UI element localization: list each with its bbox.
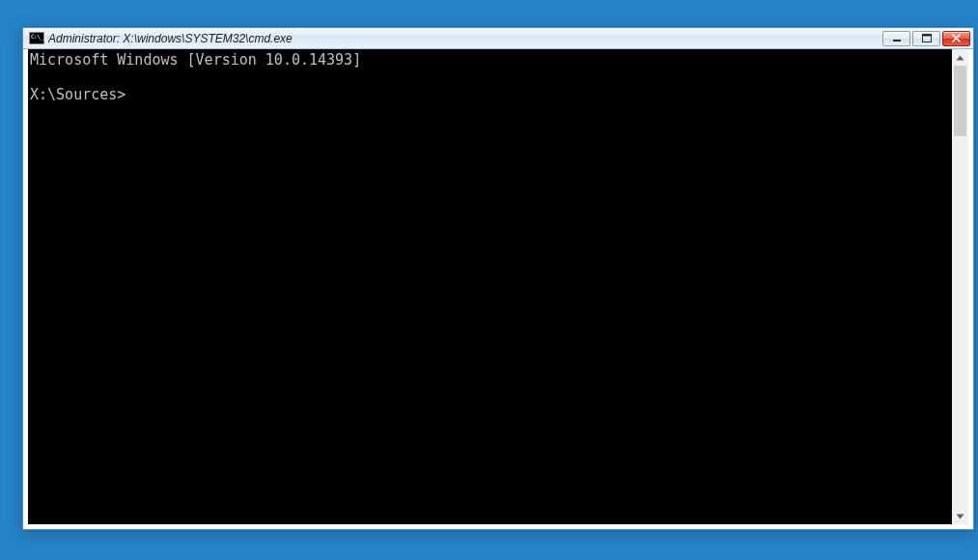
minimize-button[interactable] [882, 31, 910, 46]
command-prompt-window: Administrator: X:\windows\SYSTEM32\cmd.e… [22, 27, 974, 530]
cmd-icon [29, 32, 44, 44]
version-text: Microsoft Windows [Version 10.0.14393] [30, 51, 361, 69]
titlebar[interactable]: Administrator: X:\windows\SYSTEM32\cmd.e… [23, 28, 973, 49]
scroll-thumb[interactable] [954, 66, 966, 136]
window-controls [882, 28, 970, 48]
scroll-track[interactable] [952, 66, 968, 508]
client-area: Microsoft Windows [Version 10.0.14393] X… [28, 49, 968, 524]
maximize-button[interactable] [912, 31, 940, 46]
window-title: Administrator: X:\windows\SYSTEM32\cmd.e… [48, 32, 882, 45]
scroll-up-button[interactable] [952, 49, 968, 66]
svg-rect-2 [922, 35, 931, 37]
prompt-text: X:\Sources> [30, 86, 126, 103]
console-output[interactable]: Microsoft Windows [Version 10.0.14393] X… [28, 49, 952, 524]
close-button[interactable] [942, 31, 970, 46]
scroll-down-button[interactable] [952, 508, 968, 524]
svg-rect-0 [893, 40, 901, 42]
vertical-scrollbar[interactable] [952, 49, 968, 524]
